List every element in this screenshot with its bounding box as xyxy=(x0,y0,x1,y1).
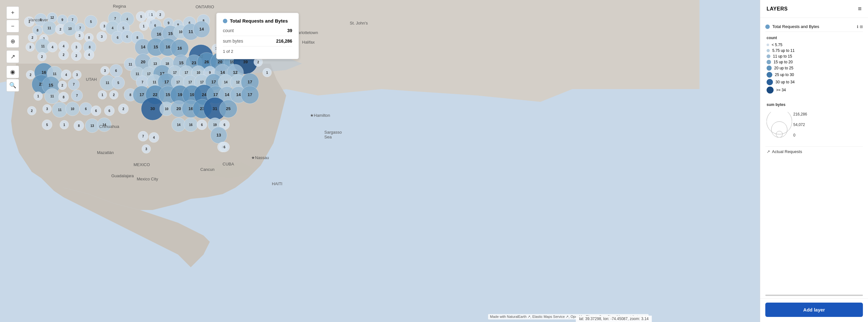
count-legend-items: < 5.75 5.75 up to 11 11 up to 15 15 up t… xyxy=(767,42,862,93)
legend-item: 15 up to 20 xyxy=(767,60,862,64)
legend-item: 25 up to 30 xyxy=(767,72,862,78)
panel-bottom: Add layer xyxy=(760,298,868,322)
search-map-button[interactable]: 🔍 xyxy=(6,79,19,92)
count-legend-title: count xyxy=(767,36,862,40)
eye-button[interactable]: ◉ xyxy=(6,65,19,78)
legend-circle xyxy=(767,54,770,58)
map-controls: + − ⊕ ↗ ◉ 🔍 xyxy=(6,6,19,93)
coordinates-bar: lat: 39.37298, lon: -74.45087, zoom: 3.1… xyxy=(576,316,652,322)
legend-item: 11 up to 15 xyxy=(767,54,862,59)
zoom-out-button[interactable]: − xyxy=(6,20,19,32)
legend-label: 25 up to 30 xyxy=(775,72,794,77)
compass-button[interactable]: ⊕ xyxy=(6,35,19,48)
tooltip-title: Total Requests and Bytes xyxy=(223,18,292,24)
tooltip-pagination: 1 of 2 xyxy=(223,49,292,54)
add-layer-button[interactable]: Add layer xyxy=(765,302,863,317)
legend-circle xyxy=(767,60,771,64)
layer-item: Total Requests and Bytes ℹ ⊞ xyxy=(765,22,863,32)
legend-circle xyxy=(767,87,774,93)
layer-info-icon[interactable]: ℹ xyxy=(857,25,859,29)
map-tooltip: Total Requests and Bytes count 39 sum by… xyxy=(216,13,299,59)
map-background xyxy=(0,0,760,322)
legend-label: 20 up to 25 xyxy=(774,66,793,70)
layer-icons: ℹ ⊞ xyxy=(857,25,863,29)
legend-label: 5.75 up to 11 xyxy=(772,48,795,53)
layer-grid-icon[interactable]: ⊞ xyxy=(860,25,863,29)
measure-button[interactable]: ↗ xyxy=(6,50,19,63)
legend-label: < 5.75 xyxy=(772,42,782,47)
side-panel: LAYERS ≡ Total Requests and Bytes ℹ ⊞ co… xyxy=(760,0,868,322)
legend-circle xyxy=(767,43,769,46)
panel-content: Total Requests and Bytes ℹ ⊞ count < 5.7… xyxy=(760,18,868,295)
panel-title: LAYERS xyxy=(767,6,787,12)
legend-circle xyxy=(767,72,772,78)
arrow-icon: ↗ xyxy=(767,149,770,154)
sum-bytes-labels: 216,286 54,072 0 xyxy=(793,112,807,138)
sum-bytes-legend: sum bytes 216,286 54,072 0 xyxy=(765,99,863,146)
tooltip-count-row: count 39 xyxy=(223,28,292,36)
layer-dot xyxy=(765,25,770,29)
scroll-handle xyxy=(765,295,863,296)
legend-item: >= 34 xyxy=(767,87,862,93)
sum-bytes-title: sum bytes xyxy=(767,103,862,107)
count-legend: count < 5.75 5.75 up to 11 11 up to 15 1… xyxy=(765,32,863,99)
tooltip-bytes-row: sum bytes 216,286 xyxy=(223,38,292,47)
actual-requests-row[interactable]: ↗ Actual Requests xyxy=(765,146,863,156)
panel-header: LAYERS ≡ xyxy=(760,0,868,18)
actual-requests-label: Actual Requests xyxy=(772,149,802,154)
sum-bytes-circles xyxy=(767,112,792,138)
legend-item: 5.75 up to 11 xyxy=(767,48,862,53)
legend-circle xyxy=(767,79,773,85)
sum-bytes-max: 216,286 xyxy=(793,112,807,116)
legend-item: < 5.75 xyxy=(767,42,862,47)
sum-bytes-visual: 216,286 54,072 0 xyxy=(767,110,862,143)
sum-bytes-min: 0 xyxy=(793,133,807,138)
layer-name: Total Requests and Bytes xyxy=(772,24,854,29)
legend-label: >= 34 xyxy=(776,88,786,92)
legend-item: 30 up to 34 xyxy=(767,79,862,85)
legend-label: 15 up to 20 xyxy=(774,60,793,64)
map-container[interactable]: + − ⊕ ↗ ◉ 🔍 1812978112107235745112516996… xyxy=(0,0,760,322)
sum-bytes-mid: 54,072 xyxy=(793,122,807,127)
svg-point-298 xyxy=(771,121,787,138)
legend-label: 30 up to 34 xyxy=(775,80,795,84)
tooltip-dot xyxy=(223,19,227,23)
legend-circle xyxy=(767,65,772,70)
zoom-in-button[interactable]: + xyxy=(6,6,19,19)
legend-item: 20 up to 25 xyxy=(767,65,862,70)
legend-circle xyxy=(767,49,770,52)
legend-label: 11 up to 15 xyxy=(773,54,792,59)
panel-menu-icon[interactable]: ≡ xyxy=(858,5,862,12)
